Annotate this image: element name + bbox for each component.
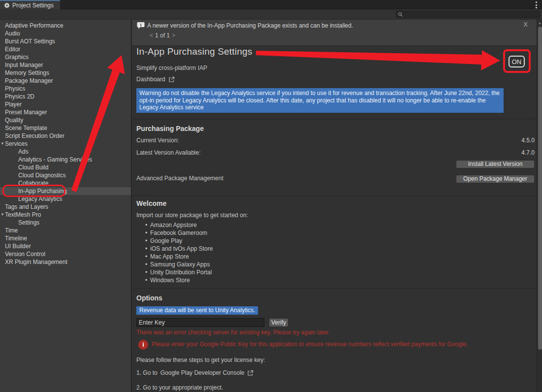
scroll-up-icon[interactable]: ▲ [537, 20, 542, 26]
sidebar-item-package-manager[interactable]: Package Manager [0, 77, 131, 85]
store-list-item: •Amazon Appstore [145, 221, 213, 229]
sidebar-item-scene-template[interactable]: Scene Template [0, 124, 131, 132]
google-key-notice: Please enter your Google Public Key for … [152, 341, 468, 348]
scrollbar-thumb[interactable] [538, 27, 542, 350]
pager-prev-icon[interactable]: < [148, 32, 155, 39]
sidebar-item-label: Collaborate [18, 180, 48, 187]
sidebar-item-graphics[interactable]: Graphics [0, 53, 131, 61]
store-list-item: •iOS and tvOs App Store [145, 245, 213, 253]
sidebar-item-in-app-purchasing[interactable]: In-App Purchasing [0, 187, 131, 195]
sidebar-item-label: UI Builder [5, 243, 31, 250]
sidebar-item-adaptive-performance[interactable]: Adaptive Performance [0, 22, 131, 30]
step-1-prefix: 1. Go to [136, 369, 158, 376]
tab-bar: Project Settings [0, 0, 542, 9]
section-separator [132, 196, 537, 196]
sidebar-item-version-control[interactable]: Version Control [0, 250, 131, 258]
sidebar-item-label: Scene Template [5, 125, 47, 131]
notification-pager: <1 of 1> [148, 32, 177, 39]
sidebar-item-input-manager[interactable]: Input Manager [0, 61, 131, 69]
sidebar-item-physics-2d[interactable]: Physics 2D [0, 93, 131, 100]
pager-next-icon[interactable]: > [170, 32, 177, 39]
svg-text:!: ! [140, 22, 141, 28]
sidebar-item-label: Timeline [5, 235, 27, 242]
sidebar-item-cloud-build[interactable]: Cloud Build [0, 163, 131, 171]
sidebar-item-ui-builder[interactable]: UI Builder [0, 242, 131, 250]
sidebar-item-ads[interactable]: Ads [0, 148, 131, 156]
store-list: •Amazon Appstore•Facebook Gameroom•Googl… [145, 221, 213, 284]
sidebar-item-preset-manager[interactable]: Preset Manager [0, 108, 131, 116]
section-separator [132, 119, 537, 119]
welcome-heading: Welcome [136, 199, 166, 207]
sidebar-item-label: Tags and Layers [5, 203, 48, 210]
sidebar-item-audio[interactable]: Audio [0, 30, 131, 37]
store-name: Unity Distribution Portal [150, 269, 212, 276]
sidebar-item-analytics-gaming-services[interactable]: Analytics - Gaming Services [0, 156, 131, 163]
legacy-analytics-warning: Warning do not disable the Legacy Analyt… [136, 88, 504, 113]
store-list-item: •Mac App Store [145, 253, 213, 261]
kebab-menu-icon[interactable] [534, 1, 538, 8]
bullet-icon: • [145, 276, 150, 284]
latest-version-value: 4.7.0 [521, 149, 535, 156]
sidebar-item-label: Cloud Build [18, 164, 48, 171]
bullet-icon: • [145, 237, 150, 245]
pager-label: 1 of 1 [155, 32, 170, 39]
install-latest-version-button[interactable]: Install Latest Version [456, 160, 535, 168]
sidebar-item-textmesh-pro[interactable]: ▼TextMesh Pro [0, 211, 131, 219]
bullet-icon: • [145, 261, 150, 268]
sidebar-item-label: Quality [5, 117, 23, 124]
sidebar-item-label: Cloud Diagnostics [18, 172, 66, 179]
search-icon [398, 12, 403, 17]
sidebar-item-memory-settings[interactable]: Memory Settings [0, 69, 131, 77]
expander-icon[interactable]: ▼ [0, 140, 4, 148]
settings-toolbar [0, 10, 542, 20]
purchasing-package-heading: Purchasing Package [136, 125, 204, 132]
sidebar-item-quality[interactable]: Quality [0, 116, 131, 124]
sidebar-item-collaborate[interactable]: Collaborate [0, 179, 131, 187]
external-link-icon[interactable] [247, 370, 254, 376]
sidebar-item-label: Preset Manager [5, 109, 47, 116]
options-heading: Options [136, 294, 162, 302]
sidebar-item-label: Burst AOT Settings [5, 38, 55, 45]
expander-icon[interactable]: ▼ [0, 211, 4, 219]
sidebar-item-label: Settings [18, 219, 39, 226]
sidebar-item-label: Legacy Analytics [18, 196, 62, 202]
settings-category-list: Adaptive PerformanceAudioBurst AOT Setti… [0, 20, 131, 392]
service-toggle-on[interactable]: ON [509, 56, 525, 67]
bullet-icon: • [145, 221, 150, 229]
open-package-manager-button[interactable]: Open Package Manager [456, 175, 535, 183]
tagline: Simplify cross-platform IAP [136, 65, 207, 71]
sidebar-item-cloud-diagnostics[interactable]: Cloud Diagnostics [0, 171, 131, 179]
verify-button[interactable]: Verify [269, 318, 288, 327]
vertical-scrollbar[interactable]: ▲ [537, 20, 542, 392]
sidebar-item-label: Ads [18, 148, 29, 155]
sidebar-item-label: Analytics - Gaming Services [18, 156, 92, 163]
google-play-console-link[interactable]: Google Play Developer Console [160, 369, 245, 376]
dashboard-link[interactable]: Dashboard [136, 76, 175, 83]
search-input[interactable] [396, 11, 540, 18]
sidebar-item-label: Time [5, 227, 18, 234]
sidebar-item-editor[interactable]: Editor [0, 45, 131, 53]
dashboard-link-label: Dashboard [136, 76, 165, 83]
sidebar-item-physics[interactable]: Physics [0, 85, 131, 93]
bullet-icon: • [145, 245, 150, 253]
advanced-package-management-label: Advanced Package Management [136, 175, 223, 182]
close-icon[interactable]: X [523, 21, 528, 28]
sidebar-item-label: XR Plugin Management [5, 259, 67, 265]
store-list-item: •Windows Store [145, 276, 213, 284]
sidebar-item-burst-aot-settings[interactable]: Burst AOT Settings [0, 37, 131, 45]
store-name: Google Play [150, 237, 182, 244]
sidebar-item-player[interactable]: Player [0, 100, 131, 108]
store-list-item: •Google Play [145, 237, 213, 245]
sidebar-item-time[interactable]: Time [0, 227, 131, 234]
sidebar-item-legacy-analytics[interactable]: Legacy Analytics [0, 195, 131, 203]
sidebar-item-settings[interactable]: Settings [0, 219, 131, 227]
sidebar-item-timeline[interactable]: Timeline [0, 234, 131, 242]
sidebar-item-tags-and-layers[interactable]: Tags and Layers [0, 203, 131, 211]
store-name: Facebook Gameroom [150, 229, 207, 236]
tab-project-settings[interactable]: Project Settings [0, 0, 60, 9]
sidebar-item-script-execution-order[interactable]: Script Execution Order [0, 132, 131, 140]
sidebar-item-xr-plugin-management[interactable]: XR Plugin Management [0, 258, 131, 266]
bullet-icon: • [145, 229, 150, 237]
sidebar-item-services[interactable]: ▼Services [0, 140, 131, 148]
google-key-input[interactable]: Enter Key [136, 318, 264, 327]
